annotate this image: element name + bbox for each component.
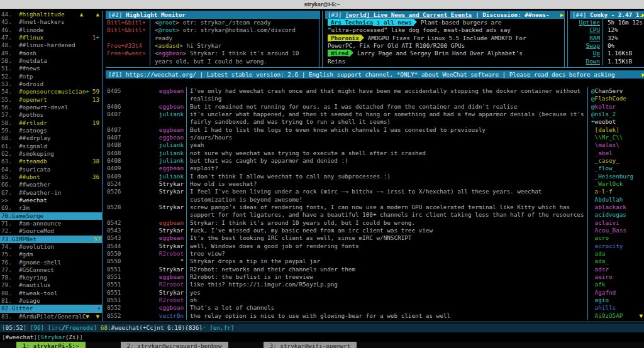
buffer-row[interactable]: 57. #pothos — [1, 111, 101, 119]
buffer-row[interactable]: 75. #gdm — [1, 251, 101, 258]
buffer-row[interactable]: 78. #keyring — [1, 274, 101, 281]
highlight-message: <@root> otr: strykar@hotmail.com/discord — [155, 26, 296, 33]
nicklist-item[interactable]: @nils_2 — [591, 111, 644, 118]
buffer-name: #ntp — [19, 73, 33, 80]
nicklist-item[interactable]: Ai9zO5AP▼ — [591, 312, 644, 320]
nicklist-item[interactable]: _casey_ — [591, 157, 644, 165]
pane-highlight-title: [#2] Highlight Monitor — [106, 11, 320, 19]
nicklist-item[interactable]: ada_ — [591, 258, 644, 265]
buffer-row[interactable]: 73.GIMPNet57 — [0, 236, 103, 243]
chat-timestamp: 0551 — [107, 266, 126, 273]
buffer-row[interactable]: 49. #mosh — [1, 50, 101, 57]
nick-name: FlashCode — [595, 95, 626, 102]
buffer-row[interactable]: 52. #ntp — [1, 73, 101, 80]
buffer-row[interactable]: 50. #netdata — [1, 57, 101, 65]
buffer-row[interactable]: 54. #opensourcemusician+59 — [1, 88, 101, 95]
nicklist-item[interactable]: @ChanServ — [591, 87, 644, 95]
buffer-row[interactable]: 82.Gitter1+ — [0, 305, 103, 312]
buffer-row[interactable]: 59. #satnogs — [1, 127, 101, 134]
nick-name: ada_ — [595, 258, 609, 264]
buffer-row[interactable]: 55. #openwrt13 — [1, 96, 101, 104]
status-segment: irc — [51, 324, 62, 331]
tmux-window[interactable]: 1: strykar@i-5:~ — [16, 342, 86, 348]
nicklist-item[interactable]: acidvegas — [591, 211, 644, 219]
buffer-number: 61. — [1, 143, 19, 150]
buffer-row[interactable]: 63. #steamdb38 — [1, 158, 101, 165]
buffer-row[interactable]: 65. ##ubnt36 — [1, 173, 101, 181]
news-source-badge[interactable]: Wired — [328, 50, 350, 57]
nicklist-item[interactable]: Abdullah — [591, 196, 644, 204]
buffer-row[interactable]: 70.GameSurge — [0, 212, 103, 220]
buffer-row[interactable]: 58. ##rtlsdr19 — [1, 119, 101, 127]
nicklist-item[interactable]: ablackack — [591, 204, 644, 211]
buffer-row[interactable]: 69. r3m — [1, 204, 101, 212]
chat-timestamp: 0552 — [107, 304, 126, 312]
nicklist-item[interactable]: aeiro — [591, 273, 644, 281]
nicklist-item[interactable]: a-l-f — [591, 188, 644, 195]
news-row: PhoronixAMDGPU Fixes For Linux 5.5 Inclu… — [328, 35, 562, 42]
buffer-row[interactable]: 77. #GSConnect — [1, 266, 101, 274]
highlight-message: <@root> otr: strykar_/steam ready — [155, 19, 271, 26]
chat-message: That's a lot of channels — [190, 304, 586, 312]
nicklist-item[interactable]: _Warl0ck — [591, 180, 644, 188]
buffer-row[interactable]: 51. ##news — [1, 65, 101, 72]
input-bar[interactable]: [#weechat][Strykar(Zi)] — [0, 333, 644, 341]
nicklist-item[interactable]: [dalek] — [591, 126, 644, 134]
nicklist-item[interactable]: ada — [591, 250, 644, 258]
highlight-row: years old, but I could be wrong. — [107, 58, 317, 65]
buffer-row[interactable]: 46. #linode — [1, 26, 101, 34]
buffer-row[interactable]: 74. #evolution — [1, 243, 101, 251]
buffer-row[interactable]: 71. #am-announce — [1, 220, 101, 227]
nicklist-item[interactable]: acrocity — [591, 242, 644, 250]
chat-nick: juliank — [126, 173, 184, 180]
chat-timestamp: 0551 — [107, 281, 126, 288]
nicklist-item[interactable]: _flow_ — [591, 165, 644, 172]
nicklist-item[interactable]: @FlashCode — [591, 95, 644, 102]
nicklist-item[interactable]: _abel — [591, 150, 644, 157]
nicklist-item[interactable]: +weebot — [591, 118, 644, 126]
tmux-window[interactable]: 3: strykar@wifi-openwrt — [264, 342, 357, 348]
buffer-row[interactable]: 47. ##linux1+ — [1, 34, 101, 41]
nicklist-item[interactable]: Agafnd — [591, 289, 644, 296]
buffer-row[interactable]: 72. #SourceMod — [1, 227, 101, 235]
message-segment: @root — [158, 26, 176, 33]
buffer-row[interactable]: 76. #gnome-shell — [1, 259, 101, 266]
buffer-row[interactable]: 66. ##weather — [1, 181, 101, 188]
nicklist-item[interactable]: adsr — [591, 266, 644, 273]
chat-line: 0543eggbeanIt's the best looking IRC cli… — [107, 234, 586, 242]
buffer-row[interactable]: 62. #smokeping — [1, 150, 101, 158]
buffer-row[interactable]: 79. #nautilus — [1, 281, 101, 289]
nicklist-item[interactable]: agio — [591, 296, 644, 304]
nicklist-item[interactable]: ahills — [591, 304, 644, 312]
pane-highlight-monitor: Bitl+&bitl+<@root> otr: strykar_/steam r… — [107, 19, 317, 65]
nicklist-item[interactable]: @kolter — [591, 103, 644, 111]
news-headline: Plant-based burgers are — [421, 19, 502, 26]
nicklist-item[interactable]: Acou_Bass — [591, 227, 644, 234]
buffer-row[interactable]: 44. #highaltitude▲▲ — [1, 11, 101, 18]
tmux-window[interactable]: 2: strykar@wireguard-benbow — [121, 342, 228, 348]
buffer-row[interactable]: 45. #hnet-hackers — [1, 18, 101, 26]
buffer-row[interactable]: 53. #odroid — [1, 80, 101, 88]
buffer-row[interactable]: 48. ##linux-hardened — [1, 41, 101, 49]
nicklist-item[interactable]: afk — [591, 281, 644, 288]
buffer-row[interactable]: 60. ##sdrplay — [1, 134, 101, 142]
buffer-row[interactable]: 80. #tweak-tool — [1, 290, 101, 297]
message-segment: > — [183, 50, 190, 57]
chat-line: 0543Strykarfuck, I've missed out, my bas… — [107, 227, 586, 234]
buffer-row[interactable]: 61. #signald — [1, 143, 101, 150]
chat-timestamp: 0528 — [107, 204, 126, 211]
news-source-badge[interactable]: Phoronix — [328, 35, 361, 41]
nicklist-item[interactable]: \malex\ — [591, 141, 644, 149]
buffer-row[interactable]: >> #weechat — [1, 197, 101, 204]
buffer-row[interactable]: 56. #openwrt-devel — [1, 104, 101, 111]
nicklist-item[interactable]: acro — [591, 234, 644, 242]
buffer-row[interactable]: 81. #usage — [1, 297, 101, 305]
chat-message: fairly sandboxed, and was trying to run … — [190, 118, 586, 126]
nicklist-item[interactable]: aclaivi — [591, 219, 644, 227]
buffer-row[interactable]: 64. #suricata — [1, 166, 101, 173]
buffer-row[interactable]: 83. #ArduPilot/GeneralC▼▼ — [1, 313, 101, 320]
buffer-row[interactable]: 67. ##weather-in — [1, 189, 101, 197]
news-source-badge[interactable]: Ars Technica ❯ all news — [328, 19, 414, 26]
nicklist-item[interactable]: \\Mr_C\\ — [591, 134, 644, 141]
nicklist-item[interactable]: _Heisenburg — [591, 173, 644, 180]
